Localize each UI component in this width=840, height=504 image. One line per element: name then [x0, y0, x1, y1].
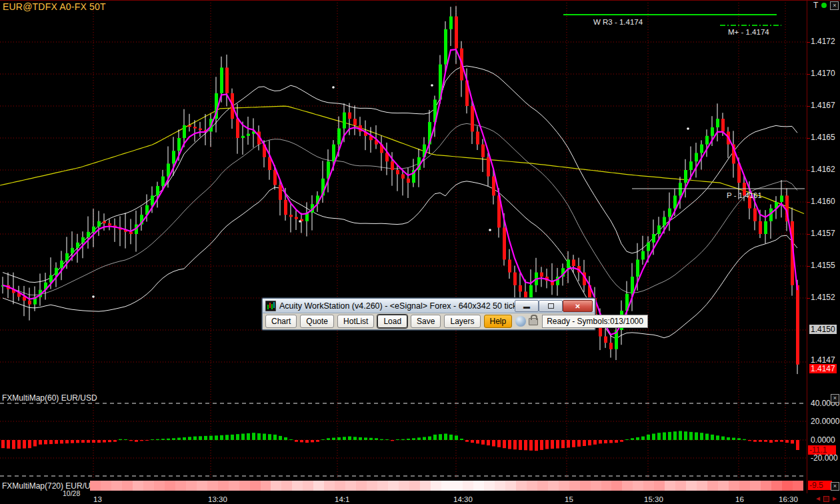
axis-tick	[807, 202, 810, 203]
heatmap-cell	[611, 481, 622, 491]
heatmap-cell	[399, 481, 409, 491]
heatmap-cell	[281, 481, 292, 491]
price-axis-label: 1.4165	[811, 133, 835, 142]
heatmap-cell	[643, 481, 654, 491]
heatmap-cell	[186, 481, 197, 491]
close-panel3-icon[interactable]: ×	[831, 482, 839, 491]
heatmap-cell	[111, 481, 122, 491]
heatmap-cell	[261, 481, 271, 491]
time-axis-label: 13	[93, 495, 102, 503]
heatmap-cell	[782, 481, 793, 491]
load-button[interactable]: Load	[377, 315, 407, 328]
heatmap-cell	[229, 481, 239, 491]
heatmap-cell	[697, 481, 707, 491]
heatmap-cell	[591, 481, 601, 491]
heatmap-cell	[463, 481, 473, 491]
fxmultimap60-panel-chart[interactable]	[0, 391, 807, 479]
heatmap-cell	[495, 481, 505, 491]
time-axis-label: 13:30	[208, 495, 227, 503]
lock-icon[interactable]	[529, 315, 538, 328]
restore-button[interactable]	[539, 300, 563, 312]
main-price-chart[interactable]	[0, 0, 807, 391]
heatmap-cell	[345, 481, 356, 491]
save-button[interactable]: Save	[411, 315, 441, 328]
heatmap-cell	[367, 481, 377, 491]
globe-swirl-icon[interactable]	[515, 315, 526, 328]
quote-button[interactable]: Quote	[300, 315, 334, 328]
axis-tick	[807, 234, 810, 235]
heatmap-cell	[165, 481, 175, 491]
heatmap-cell	[324, 481, 335, 491]
heatmap-cell	[356, 481, 367, 491]
axis-tick	[807, 106, 810, 107]
heatmap-cell	[197, 481, 207, 491]
acuity-workstation-window[interactable]: Acuity WorkStation (v4.260) - <eSignal> …	[262, 298, 595, 330]
heatmap-cell	[527, 481, 537, 491]
scroll-right-icon[interactable]: ►	[831, 495, 838, 502]
heatmap-cell	[271, 481, 281, 491]
level-label-pivot: P - 1.4161	[727, 191, 762, 199]
heatmap-cell	[335, 481, 345, 491]
scroll-thumb[interactable]	[823, 496, 829, 502]
heatmap-cell	[431, 481, 441, 491]
heatmap-cell	[729, 481, 739, 491]
time-axis-label: 16:30	[779, 495, 798, 503]
heatmap-cell	[622, 481, 633, 491]
heatmap-cell	[175, 481, 186, 491]
level-label-wr3: W R3 - 1.4174	[593, 18, 643, 26]
heatmap-cell	[250, 481, 261, 491]
time-axis-label: 14:30	[453, 495, 473, 503]
time-axis-label: 16	[735, 495, 744, 503]
panel3-value-badge: -9.5	[808, 481, 832, 490]
heatmap-cell	[388, 481, 399, 491]
heatmap-cell	[761, 481, 771, 491]
heatmap-cell	[484, 481, 495, 491]
heatmap-cell	[739, 481, 750, 491]
heatmap-cell	[441, 481, 452, 491]
close-panel2-icon[interactable]: ×	[831, 394, 839, 403]
time-axis-label: 15:30	[644, 495, 663, 503]
axis-tick	[807, 138, 810, 139]
panel2-axis-label: 0.0000	[811, 435, 835, 445]
heatmap-cell	[569, 481, 580, 491]
heatmap-cell	[122, 481, 133, 491]
date-label: 10/28	[63, 489, 80, 497]
heatmap-cell	[239, 481, 250, 491]
symbol-title: EUR@TDFX A0-FX 50T	[3, 1, 106, 12]
time-axis-label: 15	[565, 495, 573, 503]
heatmap-cell	[505, 481, 516, 491]
minimize-button[interactable]: ▬	[515, 300, 539, 312]
heatmap-cell	[559, 481, 569, 491]
price-axis-label: 1.4160	[811, 197, 835, 206]
heatmap-cell	[516, 481, 527, 491]
heatmap-cell	[601, 481, 612, 491]
help-button[interactable]: Help	[484, 315, 513, 328]
app-icon	[265, 301, 276, 311]
price-axis-label: 1.4167	[811, 101, 835, 110]
panel3-title: FXMultiMap(720) EUR/USD	[2, 481, 101, 491]
axis-tick	[807, 170, 810, 171]
hotlist-button[interactable]: HotList	[337, 315, 374, 328]
window-title: Acuity WorkStation (v4.260) - <eSignal> …	[279, 301, 534, 311]
heatmap-cell	[207, 481, 218, 491]
heatmap-cell	[218, 481, 229, 491]
scroll-left-icon[interactable]: ◄	[815, 495, 821, 502]
heatmap-cell	[707, 481, 718, 491]
heatmap-cell	[686, 481, 697, 491]
heatmap-cell	[665, 481, 675, 491]
heatmap-cell	[548, 481, 559, 491]
close-window-button[interactable]: ✕	[563, 300, 593, 312]
window-titlebar[interactable]: Acuity WorkStation (v4.260) - <eSignal> …	[263, 299, 595, 313]
heatmap-cell	[303, 481, 313, 491]
panel2-axis-label: -20.000	[811, 453, 838, 463]
heatmap-cell	[750, 481, 761, 491]
fxmultimap720-heatmap[interactable]	[90, 481, 803, 491]
layers-button[interactable]: Layers	[444, 315, 480, 328]
heatmap-cell	[580, 481, 591, 491]
heatmap-cell	[654, 481, 665, 491]
heatmap-cell	[133, 481, 143, 491]
heatmap-cell	[633, 481, 643, 491]
heatmap-cell	[143, 481, 154, 491]
chart-button[interactable]: Chart	[265, 315, 297, 328]
level-price-badge: 1.4150	[809, 325, 837, 334]
